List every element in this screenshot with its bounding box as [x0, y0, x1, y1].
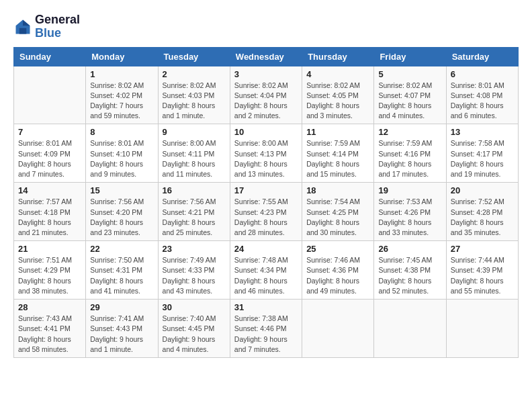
calendar-day-cell: 6Sunrise: 8:01 AM Sunset: 4:08 PM Daylig…	[446, 66, 518, 124]
logo: General Blue	[13, 13, 80, 40]
day-detail: Sunrise: 8:02 AM Sunset: 4:03 PM Dayligh…	[163, 81, 226, 122]
day-detail: Sunrise: 7:52 AM Sunset: 4:28 PM Dayligh…	[451, 197, 514, 238]
day-number: 9	[163, 127, 226, 137]
day-number: 27	[451, 244, 514, 254]
calendar-day-cell: 13Sunrise: 7:58 AM Sunset: 4:17 PM Dayli…	[446, 124, 518, 183]
calendar-day-cell: 23Sunrise: 7:49 AM Sunset: 4:33 PM Dayli…	[158, 241, 230, 300]
calendar-day-cell: 11Sunrise: 7:59 AM Sunset: 4:14 PM Dayli…	[302, 124, 374, 183]
day-number: 20	[451, 185, 514, 195]
day-detail: Sunrise: 7:59 AM Sunset: 4:16 PM Dayligh…	[378, 138, 441, 179]
day-number: 29	[90, 302, 153, 312]
day-of-week-header: Thursday	[302, 47, 374, 66]
day-detail: Sunrise: 7:43 AM Sunset: 4:41 PM Dayligh…	[18, 314, 81, 355]
day-of-week-header: Sunday	[14, 47, 86, 66]
calendar-day-cell: 1Sunrise: 8:02 AM Sunset: 4:02 PM Daylig…	[86, 66, 158, 124]
day-number: 25	[306, 244, 369, 254]
day-number: 15	[90, 185, 153, 195]
svg-rect-2	[19, 28, 27, 34]
day-detail: Sunrise: 7:50 AM Sunset: 4:31 PM Dayligh…	[90, 255, 153, 296]
calendar-day-cell	[374, 300, 446, 358]
day-number: 14	[18, 185, 81, 195]
day-detail: Sunrise: 8:02 AM Sunset: 4:02 PM Dayligh…	[90, 81, 153, 122]
day-number: 4	[306, 69, 369, 79]
day-of-week-header: Tuesday	[158, 47, 230, 66]
day-detail: Sunrise: 7:49 AM Sunset: 4:33 PM Dayligh…	[163, 255, 226, 296]
calendar-day-cell: 31Sunrise: 7:38 AM Sunset: 4:46 PM Dayli…	[230, 300, 302, 358]
day-detail: Sunrise: 8:00 AM Sunset: 4:11 PM Dayligh…	[163, 138, 226, 179]
calendar-week-row: 1Sunrise: 8:02 AM Sunset: 4:02 PM Daylig…	[14, 66, 519, 124]
calendar-day-cell: 12Sunrise: 7:59 AM Sunset: 4:16 PM Dayli…	[374, 124, 446, 183]
calendar-day-cell: 7Sunrise: 8:01 AM Sunset: 4:09 PM Daylig…	[14, 124, 86, 183]
calendar-day-cell: 5Sunrise: 8:02 AM Sunset: 4:07 PM Daylig…	[374, 66, 446, 124]
day-detail: Sunrise: 8:02 AM Sunset: 4:05 PM Dayligh…	[306, 81, 369, 122]
day-number: 19	[378, 185, 441, 195]
calendar-day-cell: 3Sunrise: 8:02 AM Sunset: 4:04 PM Daylig…	[230, 66, 302, 124]
calendar-day-cell: 4Sunrise: 8:02 AM Sunset: 4:05 PM Daylig…	[302, 66, 374, 124]
calendar-day-cell: 16Sunrise: 7:56 AM Sunset: 4:21 PM Dayli…	[158, 183, 230, 241]
calendar-day-cell: 22Sunrise: 7:50 AM Sunset: 4:31 PM Dayli…	[86, 241, 158, 300]
day-detail: Sunrise: 7:38 AM Sunset: 4:46 PM Dayligh…	[234, 314, 298, 355]
day-number: 21	[18, 244, 81, 254]
calendar-day-cell: 27Sunrise: 7:44 AM Sunset: 4:39 PM Dayli…	[446, 241, 518, 300]
day-detail: Sunrise: 7:44 AM Sunset: 4:39 PM Dayligh…	[451, 255, 514, 296]
calendar-day-cell: 25Sunrise: 7:46 AM Sunset: 4:36 PM Dayli…	[302, 241, 374, 300]
day-detail: Sunrise: 7:54 AM Sunset: 4:25 PM Dayligh…	[306, 197, 369, 238]
day-detail: Sunrise: 7:56 AM Sunset: 4:21 PM Dayligh…	[163, 197, 226, 238]
calendar-day-cell: 9Sunrise: 8:00 AM Sunset: 4:11 PM Daylig…	[158, 124, 230, 183]
day-detail: Sunrise: 8:01 AM Sunset: 4:08 PM Dayligh…	[451, 81, 514, 122]
calendar-day-cell: 26Sunrise: 7:45 AM Sunset: 4:38 PM Dayli…	[374, 241, 446, 300]
day-of-week-header: Monday	[86, 47, 158, 66]
day-number: 6	[451, 69, 514, 79]
calendar-day-cell: 21Sunrise: 7:51 AM Sunset: 4:29 PM Dayli…	[14, 241, 86, 300]
calendar-day-cell	[302, 300, 374, 358]
day-of-week-header: Friday	[374, 47, 446, 66]
calendar-day-cell: 30Sunrise: 7:40 AM Sunset: 4:45 PM Dayli…	[158, 300, 230, 358]
day-detail: Sunrise: 7:45 AM Sunset: 4:38 PM Dayligh…	[378, 255, 441, 296]
calendar-day-cell: 19Sunrise: 7:53 AM Sunset: 4:26 PM Dayli…	[374, 183, 446, 241]
day-number: 5	[378, 69, 441, 79]
day-number: 7	[18, 127, 81, 137]
day-number: 17	[234, 185, 298, 195]
day-detail: Sunrise: 7:51 AM Sunset: 4:29 PM Dayligh…	[18, 255, 81, 296]
calendar-day-cell: 17Sunrise: 7:55 AM Sunset: 4:23 PM Dayli…	[230, 183, 302, 241]
day-number: 28	[18, 302, 81, 312]
calendar-day-cell: 24Sunrise: 7:48 AM Sunset: 4:34 PM Dayli…	[230, 241, 302, 300]
day-number: 3	[234, 69, 298, 79]
day-of-week-header: Wednesday	[230, 47, 302, 66]
day-number: 12	[378, 127, 441, 137]
day-number: 1	[90, 69, 153, 79]
calendar-day-cell	[14, 66, 86, 124]
calendar-day-cell: 14Sunrise: 7:57 AM Sunset: 4:18 PM Dayli…	[14, 183, 86, 241]
day-detail: Sunrise: 7:59 AM Sunset: 4:14 PM Dayligh…	[306, 138, 369, 179]
day-detail: Sunrise: 7:46 AM Sunset: 4:36 PM Dayligh…	[306, 255, 369, 296]
day-detail: Sunrise: 7:55 AM Sunset: 4:23 PM Dayligh…	[234, 197, 298, 238]
day-number: 26	[378, 244, 441, 254]
calendar-week-row: 28Sunrise: 7:43 AM Sunset: 4:41 PM Dayli…	[14, 300, 519, 358]
day-detail: Sunrise: 8:02 AM Sunset: 4:04 PM Dayligh…	[234, 81, 298, 122]
calendar-day-cell: 2Sunrise: 8:02 AM Sunset: 4:03 PM Daylig…	[158, 66, 230, 124]
day-detail: Sunrise: 7:41 AM Sunset: 4:43 PM Dayligh…	[90, 314, 153, 355]
calendar-day-cell: 29Sunrise: 7:41 AM Sunset: 4:43 PM Dayli…	[86, 300, 158, 358]
calendar-day-cell	[446, 300, 518, 358]
day-number: 2	[163, 69, 226, 79]
calendar-day-cell: 10Sunrise: 8:00 AM Sunset: 4:13 PM Dayli…	[230, 124, 302, 183]
day-detail: Sunrise: 7:57 AM Sunset: 4:18 PM Dayligh…	[18, 197, 81, 238]
calendar-day-cell: 15Sunrise: 7:56 AM Sunset: 4:20 PM Dayli…	[86, 183, 158, 241]
calendar-day-cell: 20Sunrise: 7:52 AM Sunset: 4:28 PM Dayli…	[446, 183, 518, 241]
calendar-week-row: 7Sunrise: 8:01 AM Sunset: 4:09 PM Daylig…	[14, 124, 519, 183]
day-detail: Sunrise: 8:01 AM Sunset: 4:09 PM Dayligh…	[18, 138, 81, 179]
day-number: 8	[90, 127, 153, 137]
day-number: 16	[163, 185, 226, 195]
day-of-week-header: Saturday	[446, 47, 518, 66]
calendar-day-cell: 8Sunrise: 8:01 AM Sunset: 4:10 PM Daylig…	[86, 124, 158, 183]
svg-marker-1	[23, 19, 30, 26]
day-detail: Sunrise: 8:00 AM Sunset: 4:13 PM Dayligh…	[234, 138, 298, 179]
day-detail: Sunrise: 8:01 AM Sunset: 4:10 PM Dayligh…	[90, 138, 153, 179]
day-detail: Sunrise: 7:58 AM Sunset: 4:17 PM Dayligh…	[451, 138, 514, 179]
day-detail: Sunrise: 7:53 AM Sunset: 4:26 PM Dayligh…	[378, 197, 441, 238]
calendar-header-row: SundayMondayTuesdayWednesdayThursdayFrid…	[14, 47, 519, 66]
calendar-day-cell: 28Sunrise: 7:43 AM Sunset: 4:41 PM Dayli…	[14, 300, 86, 358]
day-number: 24	[234, 244, 298, 254]
logo-icon	[13, 17, 32, 36]
day-number: 18	[306, 185, 369, 195]
